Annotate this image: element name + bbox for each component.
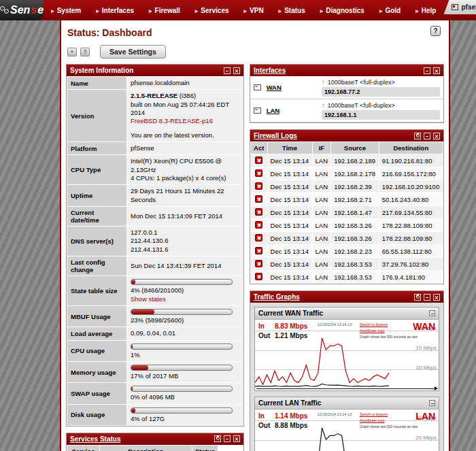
row-value: 4% (8466/201000) Show states	[127, 276, 243, 306]
widget-settings-icon[interactable]	[414, 133, 421, 139]
switch-to-bytes-link[interactable]: Switch to bytes/s	[360, 412, 418, 418]
lan-traffic-graph: Current LAN Traffic 30 Mbps 20 Mbps 10 M…	[254, 397, 439, 451]
firewall-logs-title[interactable]: Firewall Logs	[254, 132, 411, 139]
table-row: Dec 15 13:14LAN192.168.2.39192.168.10.20…	[251, 180, 443, 193]
help-icon[interactable]: ?	[430, 26, 441, 36]
row-value: 23% (5898/25600)	[127, 305, 243, 327]
swap-progressbar	[131, 386, 233, 392]
row-value: pfsense.localdomain	[127, 77, 243, 90]
log-time: Dec 15 13:14	[267, 245, 312, 258]
minimize-icon[interactable]	[224, 435, 231, 442]
services-status-title[interactable]: Services Status	[70, 435, 211, 443]
close-icon[interactable]	[433, 67, 440, 74]
row-label: DNS server(s)	[67, 227, 127, 256]
minimize-icon[interactable]	[424, 133, 430, 139]
menu-item-gold[interactable]: Gold	[372, 7, 408, 14]
log-destination: 178.22.88.109:80	[379, 232, 443, 245]
traffic-graphs-title[interactable]: Traffic Graphs	[254, 293, 411, 301]
widget-help-icon[interactable]: ?	[80, 48, 90, 56]
log-destination: 91.190.216.81:80	[379, 154, 443, 167]
log-time: Dec 15 13:14	[267, 154, 312, 167]
menu-item-vpn[interactable]: VPN	[237, 7, 271, 14]
menu-item-services[interactable]: Services	[188, 7, 237, 14]
wan-inout-readout: In8.83 Mbps Out1.21 Mbps	[258, 322, 307, 340]
log-if: LAN	[312, 271, 331, 284]
system-information-table: Name pfsense.localdomain Version 2.1.5-R…	[67, 76, 243, 426]
table-row: Version 2.1.5-RELEASE (i386) built on Mo…	[67, 90, 243, 142]
log-destination: 65.55.138.112:80	[379, 245, 443, 258]
close-icon[interactable]	[433, 133, 440, 139]
menu-item-firewall[interactable]: Firewall	[141, 7, 188, 14]
page-title: Status: Dashboard	[67, 27, 444, 38]
show-states-link[interactable]: Show states	[131, 295, 166, 303]
close-icon[interactable]	[233, 435, 240, 442]
pfsense-logo[interactable]: Sense	[0, 0, 44, 20]
block-icon[interactable]	[255, 273, 262, 280]
menu-item-help[interactable]: Help	[408, 7, 443, 14]
col-source: Source	[331, 142, 379, 154]
menu-item-interfaces[interactable]: Interfaces	[88, 7, 141, 14]
log-if: LAN	[312, 219, 331, 232]
table-row: CPU Type Intel(R) Xeon(R) CPU E5506 @ 2.…	[67, 155, 243, 185]
block-icon[interactable]	[255, 169, 262, 177]
log-time: Dec 15 13:14	[267, 167, 312, 180]
minimize-icon[interactable]	[224, 67, 231, 74]
row-label: MBUF Usage	[67, 305, 127, 327]
block-icon[interactable]	[255, 182, 262, 190]
wan-in-value: 8.83 Mbps	[275, 322, 307, 330]
col-if: IF	[312, 142, 331, 154]
table-row: Memory usage 17% of 2017 MB	[67, 361, 243, 382]
block-icon[interactable]	[255, 234, 262, 241]
traffic-graphs-panel: Traffic Graphs Current WAN Traffic	[250, 290, 444, 451]
widget-settings-icon[interactable]	[414, 294, 421, 301]
block-icon[interactable]	[255, 195, 262, 203]
row-value: 17% of 2017 MB	[127, 361, 243, 382]
minimize-icon[interactable]	[429, 310, 435, 316]
lan-out-value: 8.88 Mbps	[275, 422, 307, 429]
interface-lan-link[interactable]: LAN	[267, 107, 280, 114]
row-value: 29 Days 21 Hours 11 Minutes 22 Seconds	[127, 185, 243, 207]
graph-links: Switch to bytes/s AutoScale (up) Graph s…	[360, 322, 418, 339]
menu-item-diagnostics[interactable]: Diagnostics	[313, 7, 372, 14]
lan-graph-title: Current LAN Traffic	[258, 399, 429, 407]
table-row: Platform pfSense	[67, 142, 243, 155]
menu-item-status[interactable]: Status	[271, 7, 313, 14]
block-icon[interactable]	[255, 156, 262, 164]
save-settings-button[interactable]: Save Settings	[100, 45, 166, 59]
widget-settings-icon[interactable]	[214, 435, 221, 442]
minimize-icon[interactable]	[424, 294, 430, 301]
minimize-icon[interactable]	[424, 67, 430, 74]
row-label: Memory usage	[67, 361, 127, 382]
table-row: Dec 15 13:14LAN192.168.3.53176.9.4.181:8…	[251, 271, 443, 284]
interface-wan-link[interactable]: WAN	[267, 84, 282, 91]
row-value: pfSense	[127, 142, 243, 155]
close-icon[interactable]	[433, 294, 440, 301]
minimize-icon[interactable]	[429, 400, 435, 406]
row-label: CPU usage	[67, 340, 127, 361]
menu-item-system[interactable]: System	[44, 7, 88, 14]
log-source: 192.168.3.26	[331, 232, 379, 245]
switch-to-bytes-link[interactable]: Switch to bytes/s	[360, 322, 418, 328]
graph-timestamp: 12/15/2014 13:14:13	[318, 412, 352, 416]
version-built: built on Mon Aug 25 07:44:26 EDT 2014	[131, 101, 229, 116]
autoscale-link[interactable]: AutoScale (up)	[360, 418, 418, 424]
block-icon[interactable]	[255, 260, 262, 267]
swap-usage-text: 0% of 4096 MB	[131, 393, 175, 401]
row-label: SWAP usage	[67, 383, 127, 404]
freebsd-link[interactable]: FreeBSD 8.3-RELEASE-p16	[131, 117, 213, 124]
table-row: Dec 15 13:14LAN192.168.3.26178.22.88.109…	[251, 232, 443, 245]
block-icon[interactable]	[255, 208, 262, 216]
version-arch: (i386)	[180, 92, 196, 99]
close-icon[interactable]	[233, 67, 240, 74]
mbuf-text: 23% (5898/25600)	[131, 316, 184, 324]
interface-media: 1000baseT <full-duplex>	[328, 79, 395, 86]
version-main: 2.1.5-RELEASE	[131, 92, 177, 99]
block-icon[interactable]	[255, 221, 262, 229]
autoscale-link[interactable]: AutoScale (up)	[360, 328, 418, 334]
interfaces-title[interactable]: Interfaces	[254, 67, 421, 74]
block-icon[interactable]	[255, 247, 262, 254]
add-widget-icon[interactable]: +	[67, 48, 77, 56]
version-latest: You are on the latest version.	[131, 131, 214, 139]
interface-ip: 192.168.77.2	[322, 87, 440, 97]
col-destination: Destination	[379, 142, 443, 154]
